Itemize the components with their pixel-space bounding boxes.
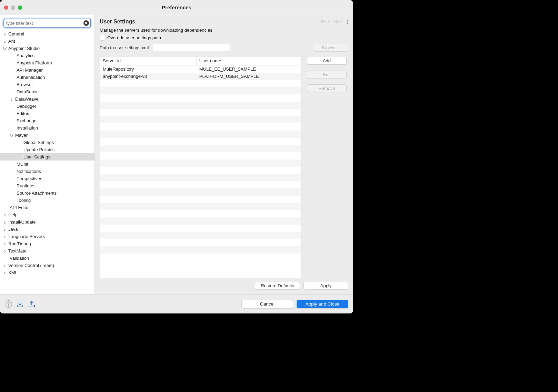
tree-item[interactable]: ›General: [0, 30, 94, 38]
cell-user-name: [197, 87, 293, 94]
cell-server-id: [100, 203, 197, 210]
tree-item[interactable]: Tooling: [0, 197, 94, 204]
tree-item[interactable]: User Settings: [0, 153, 94, 161]
tree-item-label: Ant: [8, 39, 15, 44]
tree-item[interactable]: ›Help: [0, 211, 94, 218]
tree-item-label: Exchange: [16, 118, 37, 123]
tree-item[interactable]: Analytics: [0, 52, 94, 59]
titlebar: Preferences: [0, 0, 353, 15]
preferences-tree[interactable]: ›General›Ant⋁Anypoint StudioAnalyticsAny…: [0, 30, 94, 294]
help-icon[interactable]: ?: [5, 300, 12, 308]
chevron-down-icon[interactable]: ⋁: [8, 133, 16, 137]
chevron-right-icon[interactable]: ›: [9, 96, 14, 102]
cell-server-id: [100, 196, 197, 203]
tree-item[interactable]: ›Java: [0, 226, 94, 233]
tree-item[interactable]: ›XML: [0, 269, 94, 276]
tree-item[interactable]: ›Version Control (Team): [0, 262, 94, 269]
path-input[interactable]: [152, 44, 230, 51]
path-label: Path to user settings.xml: [100, 45, 149, 50]
cell-user-name: [197, 217, 293, 225]
tree-item[interactable]: ›Run/Debug: [0, 240, 94, 247]
column-server-id[interactable]: Server id: [100, 56, 197, 65]
import-icon[interactable]: [16, 301, 24, 308]
chevron-right-icon[interactable]: ›: [2, 212, 8, 218]
add-button[interactable]: Add: [307, 57, 347, 64]
clear-filter-icon[interactable]: [83, 20, 89, 26]
tree-item[interactable]: Global Settings: [0, 139, 94, 146]
chevron-right-icon[interactable]: ›: [2, 31, 8, 37]
override-checkbox[interactable]: [100, 35, 105, 40]
tree-item[interactable]: Anypoint Platform: [0, 59, 94, 66]
tree-item[interactable]: Source Attachments: [0, 189, 94, 197]
tree-item[interactable]: Exchange: [0, 117, 94, 124]
table-row[interactable]: anypoint-exchange-v3PLATFORM_USER_SAMPLE: [100, 73, 301, 80]
chevron-right-icon[interactable]: ›: [2, 241, 8, 247]
chevron-down-icon[interactable]: ⋁: [1, 46, 9, 51]
remove-button[interactable]: Remove: [307, 84, 347, 92]
dropdown-icon: ▼: [340, 20, 342, 23]
tree-item[interactable]: Perspectives: [0, 175, 94, 182]
cell-server-id: [100, 116, 197, 123]
tree-item[interactable]: MUnit: [0, 161, 94, 168]
tree-item[interactable]: DataSense: [0, 88, 94, 95]
browse-button[interactable]: Browse...: [314, 44, 348, 51]
tree-item[interactable]: ⋁Anypoint Studio: [0, 45, 94, 52]
cell-server-id: [100, 188, 197, 196]
tree-item[interactable]: Authentication: [0, 74, 94, 81]
tree-item[interactable]: ›Install/Update: [0, 218, 94, 226]
view-menu-button[interactable]: [347, 20, 348, 24]
filter-input[interactable]: [6, 21, 81, 26]
forward-button[interactable]: ▼: [333, 19, 342, 24]
servers-table[interactable]: Server id User name MuleRepositoryMULE_E…: [100, 56, 301, 278]
chevron-right-icon[interactable]: ›: [2, 227, 8, 232]
tree-item[interactable]: Installation: [0, 124, 94, 132]
tree-item[interactable]: ›Ant: [0, 38, 94, 45]
tree-item-label: XML: [8, 270, 18, 275]
column-user-name[interactable]: User name: [197, 56, 293, 65]
tree-item-label: API Editor: [9, 205, 30, 210]
apply-button[interactable]: Apply: [303, 282, 348, 289]
chevron-right-icon[interactable]: ›: [2, 270, 8, 276]
cell-server-id: [100, 167, 197, 174]
tree-item[interactable]: Browser: [0, 81, 94, 88]
cell-server-id: [100, 232, 197, 239]
tree-item-label: Java: [8, 227, 18, 232]
table-row[interactable]: MuleRepositoryMULE_EE_USER_SAMPLE: [100, 65, 301, 73]
chevron-right-icon[interactable]: ›: [2, 263, 8, 268]
apply-and-close-button[interactable]: Apply and Close: [297, 300, 348, 308]
bottom-buttons: Restore Defaults Apply: [100, 278, 348, 289]
restore-defaults-button[interactable]: Restore Defaults: [255, 282, 300, 289]
tree-item[interactable]: Notifications: [0, 168, 94, 175]
filter-box[interactable]: [3, 19, 91, 28]
chevron-right-icon[interactable]: ›: [2, 39, 8, 44]
chevron-right-icon[interactable]: ›: [2, 248, 8, 254]
tree-item-label: Validation: [9, 256, 29, 261]
back-button[interactable]: ▼: [320, 19, 330, 24]
export-icon[interactable]: [28, 301, 36, 308]
tree-item[interactable]: ›Language Servers: [0, 233, 94, 240]
tree-item[interactable]: ›TextMate: [0, 247, 94, 255]
tree-item[interactable]: Validation: [0, 255, 94, 262]
cancel-button[interactable]: Cancel: [241, 300, 293, 308]
table-area: Server id User name MuleRepositoryMULE_E…: [100, 56, 348, 278]
tree-item[interactable]: API Editor: [0, 204, 94, 211]
cell-server-id: [100, 102, 197, 109]
tree-item[interactable]: API Manager: [0, 66, 94, 74]
minimize-window-button[interactable]: [11, 6, 15, 10]
tree-item[interactable]: Editors: [0, 110, 94, 117]
close-window-button[interactable]: [4, 6, 8, 10]
table-row: [100, 174, 301, 181]
tree-item-label: Authentication: [16, 75, 45, 80]
tree-item[interactable]: Runtimes: [0, 182, 94, 189]
tree-item[interactable]: ›DataWeave: [0, 95, 94, 103]
tree-item[interactable]: Update Policies: [0, 146, 94, 153]
cell-user-name: [197, 94, 293, 102]
tree-item[interactable]: ⋁Maven: [0, 132, 94, 139]
chevron-right-icon[interactable]: ›: [2, 219, 8, 225]
tree-item-label: Debugger: [16, 104, 36, 109]
table-row: [100, 102, 301, 109]
edit-button[interactable]: Edit: [307, 71, 347, 78]
maximize-window-button[interactable]: [18, 6, 22, 10]
tree-item[interactable]: Debugger: [0, 103, 94, 110]
chevron-right-icon[interactable]: ›: [2, 234, 8, 239]
